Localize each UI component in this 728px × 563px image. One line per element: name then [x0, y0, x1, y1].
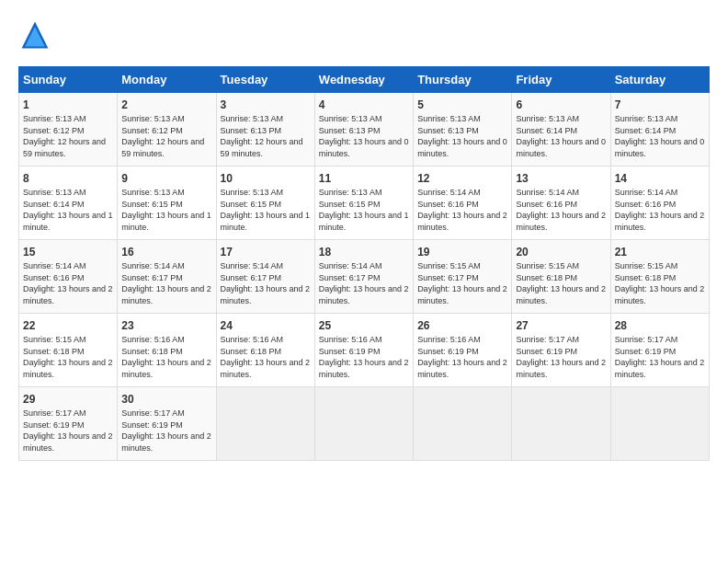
day-info: Sunrise: 5:16 AMSunset: 6:19 PMDaylight:…	[417, 334, 507, 380]
day-header-saturday: Saturday	[610, 67, 709, 93]
calendar-cell	[610, 387, 709, 461]
day-number: 2	[121, 98, 211, 111]
day-info: Sunrise: 5:17 AMSunset: 6:19 PMDaylight:…	[615, 334, 705, 380]
day-number: 14	[615, 172, 705, 185]
day-info: Sunrise: 5:16 AMSunset: 6:18 PMDaylight:…	[221, 334, 311, 380]
day-number: 5	[417, 98, 507, 111]
day-info: Sunrise: 5:13 AMSunset: 6:13 PMDaylight:…	[319, 113, 409, 159]
day-info: Sunrise: 5:13 AMSunset: 6:14 PMDaylight:…	[615, 113, 705, 159]
calendar-cell: 17Sunrise: 5:14 AMSunset: 6:17 PMDayligh…	[216, 240, 314, 314]
day-number: 23	[121, 319, 211, 332]
calendar-cell: 22Sunrise: 5:15 AMSunset: 6:18 PMDayligh…	[19, 314, 118, 387]
day-header-friday: Friday	[512, 67, 610, 93]
calendar-cell: 11Sunrise: 5:13 AMSunset: 6:15 PMDayligh…	[314, 167, 413, 240]
day-info: Sunrise: 5:14 AMSunset: 6:17 PMDaylight:…	[319, 260, 409, 306]
calendar-cell: 7Sunrise: 5:13 AMSunset: 6:14 PMDaylight…	[610, 93, 709, 167]
day-info: Sunrise: 5:14 AMSunset: 6:16 PMDaylight:…	[417, 187, 507, 233]
calendar-cell: 28Sunrise: 5:17 AMSunset: 6:19 PMDayligh…	[610, 314, 709, 387]
calendar-cell: 4Sunrise: 5:13 AMSunset: 6:13 PMDaylight…	[314, 93, 413, 167]
calendar-cell: 18Sunrise: 5:14 AMSunset: 6:17 PMDayligh…	[314, 240, 413, 314]
calendar-cell: 25Sunrise: 5:16 AMSunset: 6:19 PMDayligh…	[314, 314, 413, 387]
day-info: Sunrise: 5:16 AMSunset: 6:19 PMDaylight:…	[319, 334, 409, 380]
day-number: 10	[221, 172, 311, 185]
calendar-cell: 12Sunrise: 5:14 AMSunset: 6:16 PMDayligh…	[414, 167, 512, 240]
day-info: Sunrise: 5:14 AMSunset: 6:17 PMDaylight:…	[121, 260, 211, 306]
day-number: 26	[417, 319, 507, 332]
day-header-tuesday: Tuesday	[216, 67, 314, 93]
day-number: 1	[23, 98, 113, 111]
calendar-cell: 6Sunrise: 5:13 AMSunset: 6:14 PMDaylight…	[512, 93, 610, 167]
calendar-cell: 3Sunrise: 5:13 AMSunset: 6:13 PMDaylight…	[216, 93, 314, 167]
day-number: 21	[615, 246, 705, 259]
calendar-cell: 14Sunrise: 5:14 AMSunset: 6:16 PMDayligh…	[610, 167, 709, 240]
day-info: Sunrise: 5:13 AMSunset: 6:12 PMDaylight:…	[23, 113, 113, 159]
day-number: 20	[516, 246, 606, 259]
day-info: Sunrise: 5:13 AMSunset: 6:15 PMDaylight:…	[221, 187, 311, 233]
day-info: Sunrise: 5:14 AMSunset: 6:17 PMDaylight:…	[221, 260, 311, 306]
day-number: 7	[615, 98, 705, 111]
calendar-week-1: 1Sunrise: 5:13 AMSunset: 6:12 PMDaylight…	[19, 93, 710, 167]
calendar-cell: 27Sunrise: 5:17 AMSunset: 6:19 PMDayligh…	[512, 314, 610, 387]
day-number: 22	[23, 319, 113, 332]
logo-icon	[18, 18, 51, 52]
day-header-monday: Monday	[118, 67, 216, 93]
calendar-week-5: 29Sunrise: 5:17 AMSunset: 6:19 PMDayligh…	[19, 387, 710, 461]
day-number: 6	[516, 98, 606, 111]
calendar-cell: 26Sunrise: 5:16 AMSunset: 6:19 PMDayligh…	[414, 314, 512, 387]
day-header-sunday: Sunday	[19, 67, 118, 93]
calendar-cell: 2Sunrise: 5:13 AMSunset: 6:12 PMDaylight…	[118, 93, 216, 167]
day-number: 4	[319, 98, 409, 111]
day-number: 24	[221, 319, 311, 332]
day-number: 28	[615, 319, 705, 332]
day-info: Sunrise: 5:13 AMSunset: 6:14 PMDaylight:…	[23, 187, 113, 233]
calendar-cell	[216, 387, 314, 461]
calendar-cell: 29Sunrise: 5:17 AMSunset: 6:19 PMDayligh…	[19, 387, 118, 461]
day-number: 30	[121, 393, 211, 406]
calendar-cell: 20Sunrise: 5:15 AMSunset: 6:18 PMDayligh…	[512, 240, 610, 314]
calendar-cell: 5Sunrise: 5:13 AMSunset: 6:13 PMDaylight…	[414, 93, 512, 167]
day-info: Sunrise: 5:14 AMSunset: 6:16 PMDaylight:…	[615, 187, 705, 233]
calendar-cell	[314, 387, 413, 461]
header	[18, 18, 710, 52]
calendar-cell: 10Sunrise: 5:13 AMSunset: 6:15 PMDayligh…	[216, 167, 314, 240]
calendar-cell: 9Sunrise: 5:13 AMSunset: 6:15 PMDaylight…	[118, 167, 216, 240]
day-header-thursday: Thursday	[414, 67, 512, 93]
calendar-header: SundayMondayTuesdayWednesdayThursdayFrid…	[19, 67, 710, 93]
day-number: 25	[319, 319, 409, 332]
day-info: Sunrise: 5:14 AMSunset: 6:16 PMDaylight:…	[23, 260, 113, 306]
day-info: Sunrise: 5:15 AMSunset: 6:17 PMDaylight:…	[417, 260, 507, 306]
calendar-cell: 24Sunrise: 5:16 AMSunset: 6:18 PMDayligh…	[216, 314, 314, 387]
calendar-cell: 15Sunrise: 5:14 AMSunset: 6:16 PMDayligh…	[19, 240, 118, 314]
day-info: Sunrise: 5:13 AMSunset: 6:15 PMDaylight:…	[121, 187, 211, 233]
day-number: 13	[516, 172, 606, 185]
day-info: Sunrise: 5:17 AMSunset: 6:19 PMDaylight:…	[121, 408, 211, 454]
day-info: Sunrise: 5:13 AMSunset: 6:14 PMDaylight:…	[516, 113, 606, 159]
calendar-cell: 30Sunrise: 5:17 AMSunset: 6:19 PMDayligh…	[118, 387, 216, 461]
day-number: 27	[516, 319, 606, 332]
logo	[18, 18, 57, 52]
calendar-cell: 1Sunrise: 5:13 AMSunset: 6:12 PMDaylight…	[19, 93, 118, 167]
day-info: Sunrise: 5:13 AMSunset: 6:13 PMDaylight:…	[417, 113, 507, 159]
day-number: 12	[417, 172, 507, 185]
calendar-cell: 13Sunrise: 5:14 AMSunset: 6:16 PMDayligh…	[512, 167, 610, 240]
calendar-cell	[512, 387, 610, 461]
day-info: Sunrise: 5:15 AMSunset: 6:18 PMDaylight:…	[615, 260, 705, 306]
day-info: Sunrise: 5:16 AMSunset: 6:18 PMDaylight:…	[121, 334, 211, 380]
day-header-wednesday: Wednesday	[314, 67, 413, 93]
day-number: 3	[221, 98, 311, 111]
day-number: 8	[23, 172, 113, 185]
day-info: Sunrise: 5:17 AMSunset: 6:19 PMDaylight:…	[23, 408, 113, 454]
day-number: 18	[319, 246, 409, 259]
calendar-week-2: 8Sunrise: 5:13 AMSunset: 6:14 PMDaylight…	[19, 167, 710, 240]
calendar-cell: 21Sunrise: 5:15 AMSunset: 6:18 PMDayligh…	[610, 240, 709, 314]
calendar-table: SundayMondayTuesdayWednesdayThursdayFrid…	[18, 66, 710, 461]
day-info: Sunrise: 5:13 AMSunset: 6:12 PMDaylight:…	[121, 113, 211, 159]
day-info: Sunrise: 5:15 AMSunset: 6:18 PMDaylight:…	[516, 260, 606, 306]
calendar-cell: 8Sunrise: 5:13 AMSunset: 6:14 PMDaylight…	[19, 167, 118, 240]
day-info: Sunrise: 5:14 AMSunset: 6:16 PMDaylight:…	[516, 187, 606, 233]
day-info: Sunrise: 5:15 AMSunset: 6:18 PMDaylight:…	[23, 334, 113, 380]
day-number: 29	[23, 393, 113, 406]
calendar-cell: 23Sunrise: 5:16 AMSunset: 6:18 PMDayligh…	[118, 314, 216, 387]
day-number: 19	[417, 246, 507, 259]
day-number: 11	[319, 172, 409, 185]
